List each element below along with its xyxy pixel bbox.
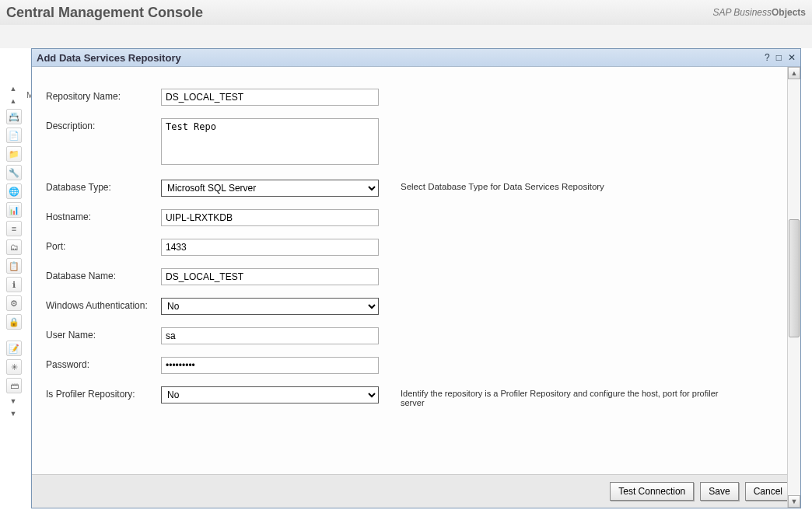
dialog-title-text: Add Data Services Repository	[37, 52, 181, 64]
toolbar-icon-15[interactable]: 🗃	[6, 378, 22, 393]
app-header: Central Management Console SAP BusinessO…	[0, 0, 812, 25]
toolbar-icon-6[interactable]: 📊	[6, 202, 22, 218]
db-type-select[interactable]: Microsoft SQL Server	[161, 180, 379, 197]
toolbar-icon-2[interactable]: 📄	[6, 128, 22, 143]
hostname-input[interactable]	[161, 209, 379, 226]
port-label: Port:	[46, 239, 161, 252]
close-icon[interactable]: ✕	[788, 52, 796, 63]
form-area: Repository Name: Description: Test Repo …	[32, 67, 800, 474]
page-background-strip	[0, 25, 812, 48]
scroll-top-icon[interactable]: ▲	[6, 84, 20, 93]
db-type-hint: Select Database Type for Data Services R…	[401, 180, 604, 191]
toolbar-icon-4[interactable]: 🔧	[6, 165, 22, 180]
is-profiler-label: Is Profiler Repository:	[46, 386, 161, 400]
description-textarea[interactable]: Test Repo	[161, 118, 379, 165]
scrollbar-up-icon[interactable]: ▲	[788, 67, 800, 79]
dialog-button-bar: Test Connection Save Cancel	[32, 474, 800, 508]
save-button[interactable]: Save	[700, 482, 738, 501]
toolbar-icon-8[interactable]: 🗂	[6, 239, 22, 255]
is-profiler-hint: Identify the repository is a Profiler Re…	[401, 386, 743, 407]
password-label: Password:	[46, 357, 161, 370]
toolbar-icon-11[interactable]: ⚙	[6, 295, 22, 311]
scroll-down-icon[interactable]: ▼	[6, 396, 20, 406]
win-auth-label: Windows Authentication:	[46, 298, 161, 311]
scroll-up-icon[interactable]: ▲	[6, 96, 20, 106]
left-toolbar: ▲ ▲ 📇 📄 📁 🔧 🌐 📊 ≡ 🗂 📋 ℹ ⚙ 🔒 📝 ✳ 🗃 ▼ ▼	[6, 84, 22, 418]
toolbar-icon-14[interactable]: ✳	[6, 359, 22, 375]
sap-branding: SAP BusinessObjects	[712, 7, 806, 18]
help-icon[interactable]: ?	[765, 52, 770, 63]
dialog-body: Repository Name: Description: Test Repo …	[32, 67, 800, 508]
is-profiler-select[interactable]: No	[161, 386, 379, 403]
password-input[interactable]	[161, 357, 379, 374]
scroll-bottom-icon[interactable]: ▼	[6, 409, 20, 418]
toolbar-icon-5[interactable]: 🌐	[6, 183, 22, 199]
db-type-label: Database Type:	[46, 180, 161, 193]
add-repository-dialog: Add Data Services Repository ? □ ✕ Repos…	[31, 48, 801, 508]
repo-name-input[interactable]	[161, 89, 379, 106]
toolbar-icon-1[interactable]: 📇	[6, 109, 22, 124]
hostname-label: Hostname:	[46, 209, 161, 222]
toolbar-icon-13[interactable]: 📝	[6, 341, 22, 356]
toolbar-icon-10[interactable]: ℹ	[6, 277, 22, 292]
repo-name-label: Repository Name:	[46, 89, 161, 102]
test-connection-button[interactable]: Test Connection	[610, 482, 694, 501]
dialog-scrollbar[interactable]: ▲ ▼	[787, 67, 800, 508]
scrollbar-thumb[interactable]	[789, 219, 800, 337]
toolbar-icon-12[interactable]: 🔒	[6, 314, 22, 330]
toolbar-icon-9[interactable]: 📋	[6, 258, 22, 274]
db-name-label: Database Name:	[46, 268, 161, 281]
toolbar-icon-3[interactable]: 📁	[6, 146, 22, 162]
maximize-icon[interactable]: □	[776, 52, 782, 63]
scrollbar-track[interactable]	[788, 79, 800, 495]
dialog-window-controls: ? □ ✕	[765, 52, 796, 63]
port-input[interactable]	[161, 239, 379, 256]
description-label: Description:	[46, 118, 161, 131]
scrollbar-down-icon[interactable]: ▼	[788, 495, 800, 508]
app-title: Central Management Console	[6, 5, 203, 21]
user-name-label: User Name:	[46, 327, 161, 341]
toolbar-icon-7[interactable]: ≡	[6, 221, 22, 236]
db-name-input[interactable]	[161, 268, 379, 285]
user-name-input[interactable]	[161, 327, 379, 344]
dialog-titlebar[interactable]: Add Data Services Repository ? □ ✕	[32, 49, 800, 67]
win-auth-select[interactable]: No	[161, 298, 379, 315]
cancel-button[interactable]: Cancel	[745, 482, 791, 501]
